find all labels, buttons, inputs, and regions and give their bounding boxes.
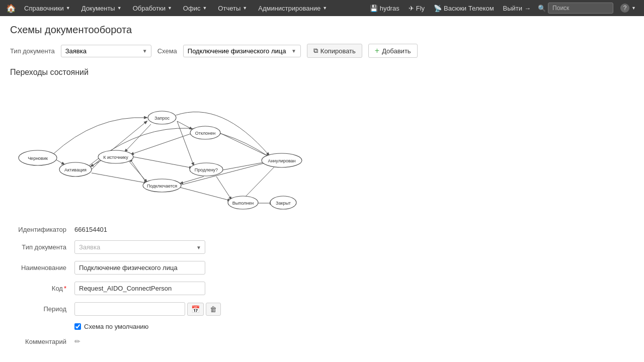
copy-icon: ⧉ <box>313 47 318 55</box>
nav-item-processing[interactable]: Обработки ▼ <box>128 3 177 14</box>
svg-line-14 <box>216 176 231 200</box>
svg-line-10 <box>220 133 270 157</box>
chevron-down-icon: ▼ <box>243 6 247 11</box>
svg-text:Выполнен: Выполнен <box>232 201 254 206</box>
svg-text:Запрос: Запрос <box>154 116 170 121</box>
svg-line-8 <box>131 156 192 168</box>
form-name-label: Наименование <box>10 264 70 272</box>
plus-icon: + <box>375 47 379 55</box>
clear-date-button[interactable]: 🗑 <box>206 303 221 316</box>
fly-button[interactable]: ✈ Fly <box>405 3 429 14</box>
search-input[interactable] <box>548 3 613 14</box>
default-schema-row: Схема по умолчанию <box>74 323 634 330</box>
svg-text:К источнику: К источнику <box>103 155 128 160</box>
svg-line-17 <box>179 162 269 186</box>
svg-line-13 <box>220 161 269 170</box>
telecom-button[interactable]: 📡 Васюки Телеком <box>430 3 498 14</box>
schema-select[interactable]: Подключение физического лица <box>184 45 300 57</box>
svg-line-9 <box>128 160 147 182</box>
svg-line-3 <box>92 173 147 183</box>
form-period-label: Период <box>10 305 70 313</box>
page-content: Схемы документооборота Тип документа Зая… <box>0 16 644 360</box>
default-schema-label[interactable]: Схема по умолчанию <box>84 323 148 330</box>
chevron-down-icon: ▼ <box>168 6 172 11</box>
form-code-input[interactable] <box>74 282 205 295</box>
page-title: Схемы документооборота <box>10 24 634 36</box>
form-period-row: Период 📅 🗑 <box>10 302 634 316</box>
schema-select-wrap: Подключение физического лица ▼ <box>183 45 301 57</box>
doc-type-select-wrap: Заявка ▼ <box>61 45 151 57</box>
hydras-button[interactable]: 💾 hydras <box>366 3 404 14</box>
add-button[interactable]: + Добавить <box>368 44 418 58</box>
graph-nodes: Черновик Активация Запрос Отклонен К ист… <box>19 111 302 209</box>
form-doc-type-select-wrap: Заявка ▼ <box>74 240 205 254</box>
form-doc-type-select[interactable]: Заявка <box>74 240 205 254</box>
doc-type-label: Тип документа <box>10 47 55 55</box>
home-button[interactable]: 🏠 <box>4 1 18 15</box>
copy-button[interactable]: ⧉ Копировать <box>307 44 362 58</box>
chevron-down-icon: ▼ <box>323 6 327 11</box>
period-input-group: 📅 🗑 <box>74 302 221 316</box>
transitions-title: Переходы состояний <box>10 68 634 77</box>
graph-svg: Черновик Активация Запрос Отклонен К ист… <box>10 85 312 216</box>
svg-line-6 <box>177 121 194 165</box>
id-row: Идентификатор 666154401 <box>10 226 634 233</box>
nav-item-documents[interactable]: Документы ▼ <box>76 3 127 14</box>
exit-icon: → <box>524 5 531 12</box>
state-graph: Черновик Активация Запрос Отклонен К ист… <box>10 85 312 216</box>
default-schema-checkbox[interactable] <box>74 323 81 330</box>
form-code-row: Код <box>10 282 634 295</box>
svg-line-11 <box>131 133 192 154</box>
svg-text:Закрыт: Закрыт <box>276 201 291 206</box>
top-navigation: 🏠 Справочники ▼ Документы ▼ Обработки ▼ … <box>0 0 644 16</box>
form-code-label: Код <box>10 285 70 292</box>
schema-label: Схема <box>157 47 177 55</box>
nav-item-office[interactable]: Офис ▼ <box>178 3 212 14</box>
id-value: 666154401 <box>74 226 107 233</box>
svg-text:Аннулирован: Аннулирован <box>268 158 295 163</box>
chevron-down-icon: ▼ <box>66 6 70 11</box>
form-name-row: Наименование <box>10 261 634 275</box>
form-period-input[interactable] <box>74 302 185 316</box>
form-name-input[interactable] <box>74 261 205 275</box>
svg-line-19 <box>244 164 277 198</box>
svg-text:Подключается: Подключается <box>147 184 177 189</box>
svg-text:Черновик: Черновик <box>28 156 48 161</box>
chevron-down-icon: ▼ <box>117 6 122 11</box>
svg-text:Активация: Активация <box>64 167 87 172</box>
nav-item-admin[interactable]: Администрирование ▼ <box>253 3 332 14</box>
help-icon: ? <box>620 4 629 13</box>
edit-icon[interactable]: ✏ <box>74 337 80 345</box>
disk-icon: 💾 <box>370 5 378 12</box>
exit-button[interactable]: Выйти → <box>499 3 535 14</box>
calendar-button[interactable]: 📅 <box>187 303 204 316</box>
form-comment-row: Комментарий ✏ <box>10 337 634 345</box>
telecom-icon: 📡 <box>434 5 442 12</box>
svg-line-16 <box>130 159 147 184</box>
id-label: Идентификатор <box>10 226 70 233</box>
form-doc-type-row: Тип документа Заявка ▼ <box>10 240 634 254</box>
svg-text:Продлену?: Продлену? <box>195 167 218 172</box>
svg-text:Отклонен: Отклонен <box>195 131 215 136</box>
plane-icon: ✈ <box>409 5 414 12</box>
form-section: Идентификатор 666154401 Тип документа За… <box>10 226 634 345</box>
search-icon: 🔍 <box>538 5 546 12</box>
nav-item-references[interactable]: Справочники ▼ <box>19 3 75 14</box>
svg-line-15 <box>179 187 230 201</box>
doc-type-select[interactable]: Заявка <box>61 45 151 57</box>
help-button[interactable]: ? ▼ <box>616 2 640 15</box>
nav-item-reports[interactable]: Отчеты ▼ <box>213 3 252 14</box>
chevron-down-icon: ▼ <box>202 6 207 11</box>
toolbar: Тип документа Заявка ▼ Схема Подключение… <box>10 44 634 58</box>
form-comment-label: Комментарий <box>10 338 70 345</box>
chevron-down-icon: ▼ <box>631 6 636 11</box>
form-doc-type-label: Тип документа <box>10 243 70 251</box>
